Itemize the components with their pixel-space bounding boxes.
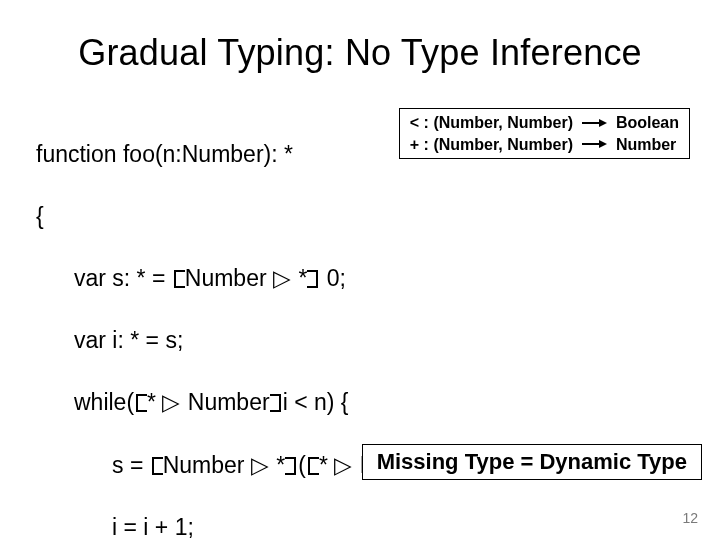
cast-close-icon <box>307 270 320 288</box>
triangle-icon: ▷ <box>334 452 353 478</box>
type-sig-lt-lhs: < : (Number, Number) <box>410 114 573 131</box>
slide: Gradual Typing: No Type Inference < : (N… <box>0 0 720 540</box>
cast-close-icon <box>270 394 283 412</box>
type-signature-box: < : (Number, Number) Boolean + : (Number… <box>399 108 690 159</box>
type-sig-lt: < : (Number, Number) Boolean <box>410 112 679 134</box>
type-sig-plus-lhs: + : (Number, Number) <box>410 136 573 153</box>
type-sig-plus: + : (Number, Number) Number <box>410 134 679 156</box>
triangle-icon: ▷ <box>162 389 181 415</box>
triangle-icon: ▷ <box>251 452 270 478</box>
code-line: var s: * = Number ▷ * 0; <box>36 263 684 294</box>
slide-title: Gradual Typing: No Type Inference <box>36 32 684 74</box>
type-sig-plus-rhs: Number <box>616 136 676 153</box>
type-sig-lt-rhs: Boolean <box>616 114 679 131</box>
code-line: { <box>36 201 684 232</box>
code-line: while(* ▷ Numberi < n) { <box>36 387 684 418</box>
svg-marker-3 <box>599 140 607 148</box>
arrow-icon <box>581 139 607 149</box>
cast-open-icon <box>150 457 163 475</box>
cast-open-icon <box>134 394 147 412</box>
page-number: 12 <box>682 510 698 526</box>
triangle-icon: ▷ <box>273 265 292 291</box>
arrow-icon <box>581 118 607 128</box>
code-line: i = i + 1; <box>36 512 684 540</box>
cast-close-icon <box>285 457 298 475</box>
svg-marker-1 <box>599 119 607 127</box>
cast-open-icon <box>306 457 319 475</box>
cast-open-icon <box>172 270 185 288</box>
code-line: var i: * = s; <box>36 325 684 356</box>
callout-box: Missing Type = Dynamic Type <box>362 444 702 480</box>
